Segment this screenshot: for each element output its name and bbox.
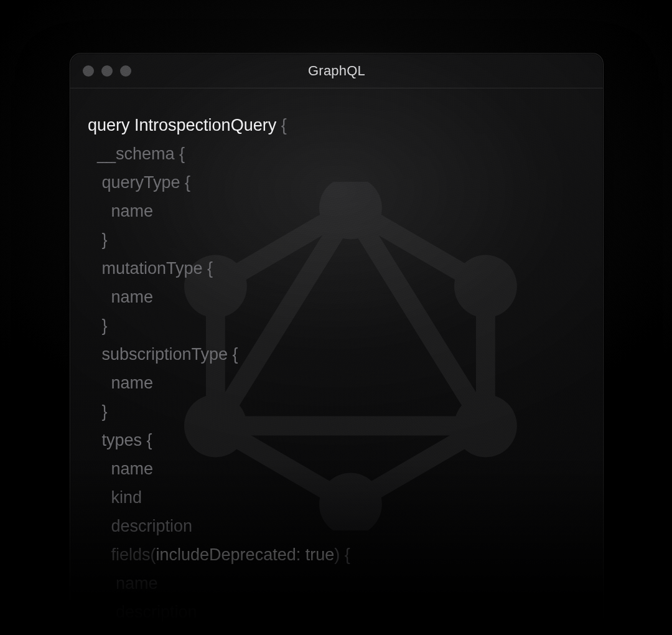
code-line: name: [88, 574, 158, 593]
code-line: __schema {: [88, 144, 185, 163]
code-line: description: [88, 603, 197, 621]
code-line: subscriptionType {: [88, 345, 238, 364]
window-title: GraphQL: [70, 63, 603, 79]
code-line: ) {: [334, 545, 350, 564]
code-line: fields(: [88, 545, 156, 564]
code-line: mutationType {: [88, 259, 213, 278]
app-frame: GraphQL: [0, 0, 672, 635]
code-line: }: [88, 316, 108, 335]
code-line: includeDeprecated: true: [156, 545, 335, 564]
window-controls: [83, 65, 131, 77]
code-line: description: [88, 517, 192, 535]
code-window: GraphQL: [70, 53, 604, 626]
code-line: }: [88, 230, 108, 249]
code-line: name: [88, 288, 153, 306]
code-line: kind: [88, 488, 142, 507]
code-line: query IntrospectionQuery: [88, 116, 276, 134]
code-line: types {: [88, 431, 152, 449]
code-line: name: [88, 202, 153, 220]
code-line: queryType {: [88, 173, 190, 192]
code-line: {: [276, 116, 287, 134]
close-icon[interactable]: [83, 65, 94, 77]
window-titlebar: GraphQL: [70, 54, 603, 88]
minimize-icon[interactable]: [101, 65, 113, 77]
code-line: name: [88, 459, 153, 478]
code-block: query IntrospectionQuery { __schema { qu…: [88, 111, 586, 626]
code-line: }: [88, 402, 108, 421]
code-line: name: [88, 374, 153, 392]
code-editor[interactable]: query IntrospectionQuery { __schema { qu…: [70, 88, 603, 625]
maximize-icon[interactable]: [120, 65, 131, 77]
